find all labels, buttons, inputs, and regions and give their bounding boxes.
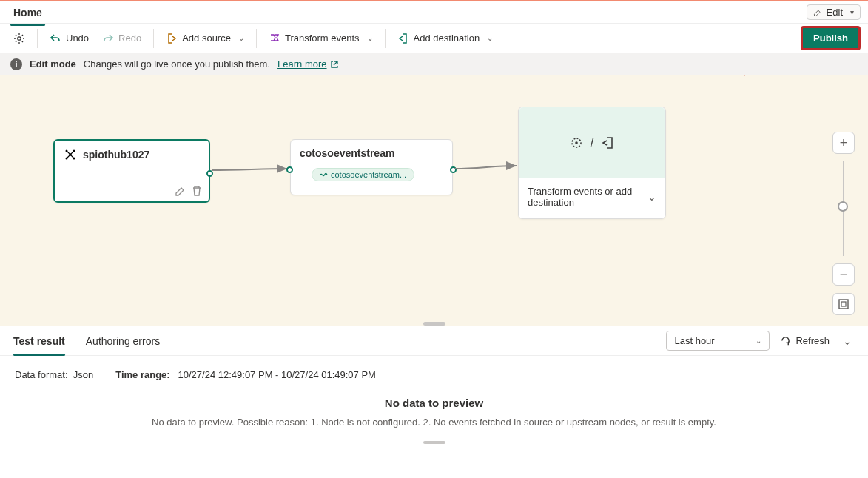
external-link-icon	[330, 60, 339, 69]
redo-button: Redo	[96, 29, 147, 48]
destination-placeholder-label: Transform events or add destination	[528, 186, 645, 208]
collapse-panel-button[interactable]: ⌄	[840, 332, 855, 350]
add-source-label: Add source	[182, 33, 231, 44]
node-destination-placeholder[interactable]: / Transform events or add destination ⌄	[518, 107, 666, 219]
transform-icon	[269, 33, 280, 44]
undo-button[interactable]: Undo	[44, 29, 95, 48]
edit-icon[interactable]	[175, 185, 186, 197]
time-range-selected: Last hour	[674, 335, 714, 346]
data-format-label: Data format:	[15, 369, 68, 380]
destination-placeholder-icon	[600, 135, 615, 150]
toolbar-separator	[385, 29, 386, 48]
refresh-icon	[780, 335, 791, 346]
redo-icon	[102, 33, 114, 44]
svg-point-8	[576, 141, 579, 144]
caret-down-icon: ▾	[850, 8, 854, 16]
toolbar-separator	[153, 29, 154, 48]
tab-authoring-errors[interactable]: Authoring errors	[86, 331, 160, 351]
input-port[interactable]	[286, 166, 293, 173]
undo-label: Undo	[66, 33, 89, 44]
slash-separator: /	[590, 135, 593, 151]
chevron-down-icon: ⌄	[367, 34, 373, 42]
svg-point-0	[18, 36, 21, 39]
chevron-down-icon[interactable]: ⌄	[647, 191, 656, 203]
refresh-button[interactable]: Refresh	[780, 335, 830, 346]
gear-icon	[13, 33, 25, 44]
time-range-label: Time range:	[115, 369, 169, 380]
output-port[interactable]	[206, 170, 213, 177]
refresh-label: Refresh	[795, 335, 830, 346]
toolbar-separator	[505, 29, 505, 48]
info-icon: i	[10, 58, 22, 70]
results-resize-handle[interactable]	[423, 441, 445, 444]
zoom-slider[interactable]	[843, 161, 844, 256]
edge-stream-to-dest	[453, 160, 521, 178]
zoom-in-button[interactable]: +	[832, 132, 855, 154]
output-port[interactable]	[450, 166, 457, 173]
undo-icon	[50, 33, 61, 44]
delete-icon[interactable]	[191, 185, 203, 197]
add-destination-button[interactable]: Add destination ⌄	[391, 29, 499, 48]
source-icon	[166, 33, 178, 44]
pencil-icon	[813, 8, 822, 17]
stream-chip-label: cotosoeventstream...	[331, 170, 406, 179]
data-format-value: Json	[73, 369, 93, 380]
node-eventstream[interactable]: cotosoeventstream cotosoeventstream...	[290, 139, 453, 195]
fit-icon	[838, 298, 850, 310]
svg-rect-9	[839, 300, 848, 309]
stream-chip[interactable]: cotosoeventstream...	[312, 168, 414, 181]
node-source[interactable]: spiothub1027	[53, 139, 210, 203]
stream-node-label: cotosoeventstream	[300, 147, 394, 159]
tab-test-result[interactable]: Test result	[13, 331, 65, 351]
learn-more-link[interactable]: Learn more	[277, 58, 338, 70]
destination-icon	[397, 33, 409, 44]
add-destination-label: Add destination	[414, 33, 480, 44]
canvas-resize-handle[interactable]	[423, 322, 445, 326]
time-range-value: 10/27/24 12:49:07 PM - 10/27/24 01:49:07…	[178, 369, 376, 380]
no-data-reason: No data to preview. Possible reason: 1. …	[15, 417, 853, 428]
zoom-out-button[interactable]: −	[832, 263, 855, 286]
info-message: Changes will go live once you publish th…	[84, 58, 270, 70]
iothub-icon	[64, 148, 77, 161]
design-canvas[interactable]: spiothub1027 cotosoeventstream cotosoeve…	[0, 75, 868, 326]
source-node-label: spiothub1027	[83, 149, 149, 161]
publish-button[interactable]: Publish	[801, 26, 861, 50]
transform-events-button[interactable]: Transform events ⌄	[263, 29, 379, 48]
stream-icon	[320, 171, 328, 179]
settings-button[interactable]	[7, 29, 31, 48]
chevron-down-icon: ⌄	[238, 34, 244, 42]
transform-events-label: Transform events	[285, 33, 360, 44]
toolbar-separator	[37, 29, 38, 48]
svg-rect-10	[841, 302, 846, 306]
fit-screen-button[interactable]	[832, 293, 855, 315]
edit-mode-dropdown[interactable]: Edit ▾	[807, 4, 861, 20]
add-source-button[interactable]: Add source ⌄	[160, 29, 250, 48]
tab-home[interactable]: Home	[7, 4, 48, 21]
edge-source-to-stream	[210, 163, 292, 178]
info-mode-label: Edit mode	[30, 58, 76, 70]
zoom-handle[interactable]	[838, 201, 848, 212]
redo-label: Redo	[118, 33, 141, 44]
no-data-heading: No data to preview	[15, 397, 853, 409]
edit-mode-label: Edit	[827, 7, 843, 18]
learn-more-label: Learn more	[277, 58, 326, 70]
chevron-down-icon: ⌄	[756, 337, 761, 345]
transform-placeholder-icon	[569, 135, 584, 150]
toolbar-separator	[256, 29, 257, 48]
chevron-down-icon: ⌄	[487, 34, 493, 42]
time-range-select[interactable]: Last hour ⌄	[666, 331, 770, 351]
